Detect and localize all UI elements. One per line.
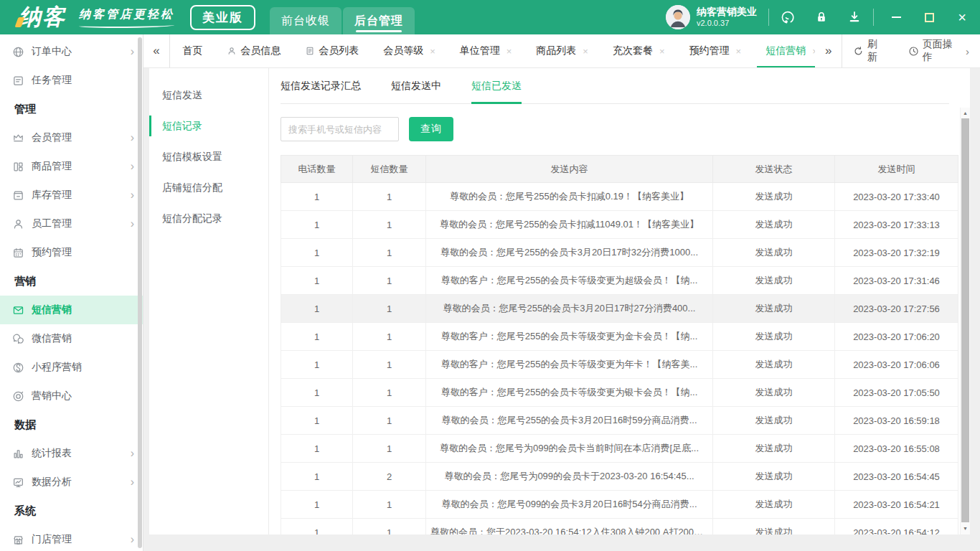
submenu-item[interactable]: 短信分配记录 xyxy=(149,203,268,234)
table-row[interactable]: 11尊敬的会员：您尾号255的会员卡3月20日16时59分商品消费...发送成功… xyxy=(281,407,958,435)
scrollbar-thumb[interactable] xyxy=(961,118,969,522)
sidebar-item[interactable]: 订单中心› xyxy=(0,37,143,66)
page-tab[interactable]: 会员等级× xyxy=(380,34,438,67)
close-tab-icon[interactable]: × xyxy=(583,46,588,57)
sidebar-item-label: 短信营销 xyxy=(32,303,72,316)
page-tab[interactable]: 短信营销× xyxy=(763,34,815,67)
cell-sms: 1 xyxy=(353,491,426,519)
sidebar-section-label: 管理 xyxy=(0,95,143,123)
table-row[interactable]: 11尊敬的会员：您尾号099的会员卡3月20日16时54分商品消费...发送成功… xyxy=(281,491,958,519)
sidebar-item[interactable]: 库存管理› xyxy=(0,181,143,209)
table-row[interactable]: 11尊敬的客户：您尾号255的会员卡等级变更为银卡会员！【纳...发送成功202… xyxy=(281,379,958,407)
chevron-right-icon: › xyxy=(131,46,134,57)
close-icon[interactable]: × xyxy=(954,9,970,25)
sidebar-item[interactable]: 门店管理› xyxy=(0,525,143,551)
page-tab[interactable]: 充次套餐× xyxy=(610,34,668,67)
sidebar-section-label: 系统 xyxy=(0,496,143,525)
table-row[interactable]: 11尊敬的客户：您尾号255的会员卡等级变更为金卡会员！【纳...发送成功202… xyxy=(281,323,958,351)
sidebar-item-label: 微信营销 xyxy=(32,332,72,345)
cell-content: 尊敬的会员：您尾号为099的会员卡当前时间在本店消费[足底... xyxy=(426,435,713,463)
search-input[interactable] xyxy=(281,117,399,141)
page-tab-label: 会员信息 xyxy=(240,44,281,57)
cell-phones: 1 xyxy=(281,239,353,267)
scroll-down-icon[interactable]: ▼ xyxy=(961,523,970,533)
window-controls: × xyxy=(888,9,970,25)
page-tab[interactable]: 单位管理× xyxy=(457,34,515,67)
tabs-scroll-left-icon[interactable]: « xyxy=(143,34,170,67)
sidebar-item[interactable]: 会员管理› xyxy=(0,123,143,152)
titlebar-right: 纳客营销美业 v2.0.0.37 xyxy=(666,0,980,34)
cell-content: 尊敬的会员：您尾号255的会员卡3月20日17时27分消费400... xyxy=(426,295,713,323)
sidebar-item[interactable]: 微信营销 xyxy=(0,324,143,353)
sidebar-item[interactable]: 小程序营销 xyxy=(0,353,143,382)
table-row[interactable]: 12尊敬的会员：您尾号为099的会员卡于2023-03-20 16:54:45.… xyxy=(281,463,958,491)
sidebar-scrollbar[interactable] xyxy=(138,37,142,548)
sidebar-item-label: 员工管理 xyxy=(32,217,72,230)
sidebar-item[interactable]: 商品管理› xyxy=(0,152,143,181)
cell-sms: 1 xyxy=(353,239,426,267)
page-tab[interactable]: 商品列表× xyxy=(533,34,591,67)
submenu-item[interactable]: 店铺短信分配 xyxy=(149,172,268,203)
table-row[interactable]: 11尊敬的会员：您尾号255的会员卡3月20日17时32分消费1000...发送… xyxy=(281,239,958,267)
lock-icon[interactable] xyxy=(814,10,829,24)
cell-time: 2023-03-20 17:27:56 xyxy=(835,295,958,323)
mode-tab[interactable]: 后台管理 xyxy=(343,7,415,34)
close-tab-icon[interactable]: × xyxy=(659,46,665,57)
query-button[interactable]: 查询 xyxy=(409,117,453,141)
refresh-button[interactable]: 刷新 xyxy=(842,34,897,67)
page-tab[interactable]: 会员列表 xyxy=(302,34,362,67)
content-tab[interactable]: 短信发送中 xyxy=(391,68,441,103)
table-row[interactable]: 11尊敬的客户：您尾号255的会员卡等级变更为超级会员！【纳...发送成功202… xyxy=(281,267,958,295)
maximize-icon[interactable] xyxy=(921,9,937,25)
edition-badge[interactable]: 美业版 xyxy=(190,5,255,30)
tabs-scroll-right-icon[interactable]: » xyxy=(815,34,842,67)
table-row[interactable]: 11尊敬的客户：您尾号255的会员卡等级变更为年卡！【纳客美...发送成功202… xyxy=(281,351,958,379)
mode-tab[interactable]: 前台收银 xyxy=(270,7,341,34)
sidebar-item[interactable]: 营销中心 xyxy=(0,382,143,410)
submenu-item[interactable]: 短信模板设置 xyxy=(149,141,268,172)
minimize-icon[interactable] xyxy=(888,9,904,25)
mode-tabs: 前台收银后台管理 xyxy=(270,0,415,34)
sidebar-item-label: 预约管理 xyxy=(32,246,72,259)
cell-sms: 1 xyxy=(353,407,426,435)
close-tab-icon[interactable]: × xyxy=(507,46,512,57)
table-row[interactable]: 11尊敬的会员：您于2023-03-20 16:54:12入住308入钟200 … xyxy=(281,519,958,535)
download-icon[interactable] xyxy=(847,10,862,24)
sidebar-item[interactable]: 短信营销 xyxy=(0,296,143,324)
sidebar-item[interactable]: 统计报表› xyxy=(0,439,143,468)
page-tab[interactable]: 预约管理× xyxy=(687,34,745,67)
cell-status: 发送成功 xyxy=(713,463,835,491)
page-tab-label: 会员等级 xyxy=(383,44,423,57)
sidebar-item[interactable]: 员工管理› xyxy=(0,209,143,238)
submenu-item[interactable]: 短信发送 xyxy=(149,80,268,110)
content-tab[interactable]: 短信已发送 xyxy=(471,68,522,103)
analysis-icon xyxy=(11,476,25,489)
user-box[interactable]: 纳客营销美业 v2.0.0.37 xyxy=(666,5,757,29)
close-tab-icon[interactable]: × xyxy=(736,46,742,57)
table-header-row: 电话数量短信数量发送内容发送状态发送时间 xyxy=(281,156,958,183)
table-row[interactable]: 11尊敬的会员：您尾号255的会员卡扣减11049.01！【纳客美业】发送成功2… xyxy=(281,211,958,239)
table-row[interactable]: 11尊敬的会员：您尾号为099的会员卡当前时间在本店消费[足底...发送成功20… xyxy=(281,435,958,463)
sidebar-item[interactable]: 预约管理 xyxy=(0,238,143,267)
page-tab[interactable]: 会员信息 xyxy=(224,34,283,67)
clock-icon xyxy=(908,46,919,57)
content-tab[interactable]: 短信发送记录汇总 xyxy=(281,68,361,103)
avatar[interactable] xyxy=(666,5,690,29)
cell-time: 2023-03-20 17:31:46 xyxy=(835,267,958,295)
vertical-scrollbar[interactable]: ▲ ▼ xyxy=(960,108,970,534)
table-row[interactable]: 11尊敬的会员：您尾号255的会员卡扣减0.19！【纳客美业】发送成功2023-… xyxy=(281,183,958,211)
scroll-up-icon[interactable]: ▲ xyxy=(961,108,970,118)
tagline: 纳客管店更轻松 xyxy=(79,7,174,28)
sidebar-item[interactable]: 数据分析› xyxy=(0,468,143,496)
sidebar-item[interactable]: 任务管理 xyxy=(0,66,143,95)
submenu-item[interactable]: 短信记录 xyxy=(149,110,268,141)
sidebar-items: 订单中心›任务管理管理会员管理›商品管理›库存管理›员工管理›预约管理营销短信营… xyxy=(0,37,143,551)
cell-sms: 1 xyxy=(353,435,426,463)
cell-time: 2023-03-20 16:54:21 xyxy=(835,491,958,519)
close-tab-icon[interactable]: × xyxy=(812,46,815,57)
page-ops-button[interactable]: 页面操作 › xyxy=(897,34,980,67)
table-row[interactable]: 11尊敬的会员：您尾号255的会员卡3月20日17时27分消费400...发送成… xyxy=(281,295,958,323)
close-tab-icon[interactable]: × xyxy=(430,46,435,57)
page-tab[interactable]: 首页 xyxy=(179,34,205,67)
support-icon[interactable] xyxy=(781,10,796,25)
